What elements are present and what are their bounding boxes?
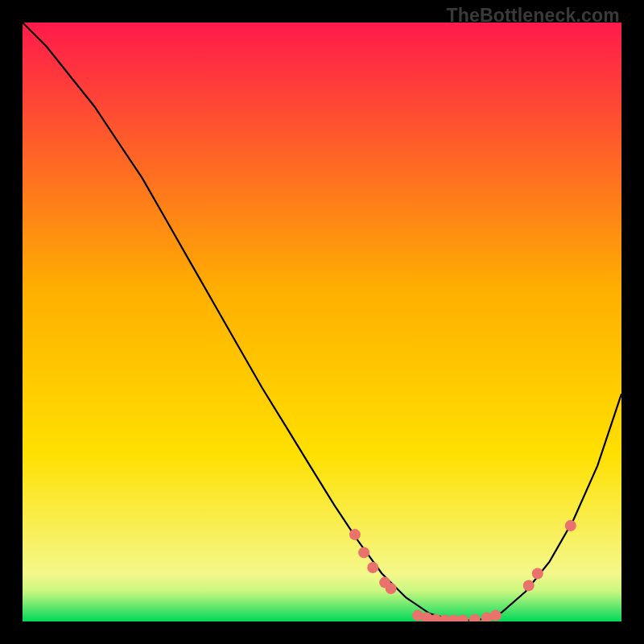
scatter-point bbox=[490, 610, 502, 621]
scatter-point bbox=[565, 520, 576, 531]
scatter-point bbox=[523, 580, 535, 591]
gradient-background bbox=[23, 23, 621, 621]
bottleneck-chart bbox=[23, 23, 621, 621]
scatter-point bbox=[386, 583, 397, 594]
chart-frame bbox=[23, 23, 621, 621]
scatter-point bbox=[532, 568, 543, 580]
scatter-point bbox=[349, 529, 361, 540]
scatter-point bbox=[358, 547, 369, 558]
scatter-point bbox=[367, 562, 378, 573]
watermark-text: TheBottleneck.com bbox=[446, 5, 620, 27]
